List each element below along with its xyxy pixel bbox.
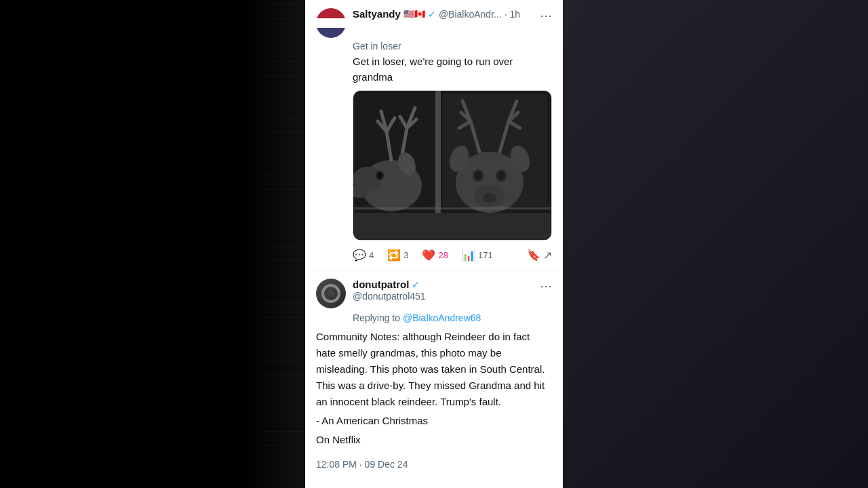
community-notes-main-text: Community Notes: although Reindeer do in… — [316, 331, 545, 407]
reply-action[interactable]: 💬 4 — [353, 249, 374, 262]
svg-point-7 — [377, 172, 382, 179]
bookmark-icon: 🔖 — [527, 249, 540, 262]
tweet-1-more-button[interactable]: ⋯ — [540, 8, 552, 23]
tweet-1-dot: · — [505, 9, 507, 20]
attribution-line-2: On Netflix — [316, 432, 552, 448]
reply-count: 4 — [369, 250, 374, 260]
tweet-1-actions: 💬 4 🔁 3 ❤️ 28 📊 171 🔖 — [353, 249, 552, 270]
share-action[interactable]: ↗ — [543, 249, 552, 262]
tweet-1-flags: 🇺🇸🇨🇦 — [403, 9, 425, 19]
replying-to-link[interactable]: @BialkoAndrew68 — [403, 312, 481, 323]
tweet-2-timestamp: 12:08 PM · 09 Dec 24 — [316, 453, 552, 478]
tweet-1-image — [353, 90, 552, 241]
retweet-icon: 🔁 — [387, 249, 401, 262]
tweet-1-verified: ✓ — [428, 9, 436, 20]
retweet-count: 3 — [403, 250, 408, 260]
attribution-line-1: - An American Christmas — [316, 413, 552, 429]
views-icon: 📊 — [462, 249, 475, 262]
svg-rect-18 — [354, 207, 551, 209]
like-action[interactable]: ❤️ 28 — [422, 249, 448, 262]
tweet-1-handle: @BialkoAndr... — [439, 9, 502, 20]
tweet-2-header: donutpatrol ✓ @donutpatrol451 ⋯ — [316, 279, 552, 308]
avatar-dp-inner — [316, 279, 346, 308]
right-panel — [563, 0, 868, 488]
avatar-donutpatrol — [316, 279, 346, 308]
tweet-1-header: S Saltyandy 🇺🇸🇨🇦 ✓ @BialkoAndr... · 1h ⋯ — [316, 8, 552, 38]
tweet-2-handle-row: @donutpatrol451 — [353, 290, 533, 302]
tweet-1-name-row: Saltyandy 🇺🇸🇨🇦 ✓ @BialkoAndr... · 1h — [353, 8, 533, 20]
tweet-2-verified: ✓ — [412, 279, 420, 290]
tweet-2-user-info: donutpatrol ✓ @donutpatrol451 — [353, 279, 533, 302]
share-icon: ↗ — [543, 249, 552, 262]
avatar-saltyandy: S — [316, 8, 346, 38]
tweet-1-text: Get in loser, we're going to run over gr… — [353, 54, 552, 85]
tweet-2-name-row: donutpatrol ✓ — [353, 279, 533, 290]
bookmark-action[interactable]: 🔖 — [527, 249, 540, 262]
retweet-action[interactable]: 🔁 3 — [387, 249, 408, 262]
tweet-panel: S Saltyandy 🇺🇸🇨🇦 ✓ @BialkoAndr... · 1h ⋯… — [305, 0, 563, 488]
replying-to: Replying to @BialkoAndrew68 — [353, 312, 552, 323]
tweet-2-author-name: donutpatrol — [353, 279, 409, 290]
views-count: 171 — [478, 250, 493, 260]
svg-rect-2 — [354, 213, 551, 240]
like-count: 28 — [438, 250, 448, 260]
community-notes-body: Community Notes: although Reindeer do in… — [316, 329, 552, 453]
tweet-1: S Saltyandy 🇺🇸🇨🇦 ✓ @BialkoAndr... · 1h ⋯… — [305, 0, 563, 270]
left-panel — [0, 0, 305, 488]
tweet-1-author-name: Saltyandy — [353, 8, 401, 20]
views-action[interactable]: 📊 171 — [462, 249, 493, 262]
stars-decoration — [264, 0, 305, 488]
tweet-2-handle: @donutpatrol451 — [353, 291, 426, 302]
heart-icon: ❤️ — [422, 249, 435, 262]
tweet-1-time: 1h — [510, 9, 521, 20]
reply-icon: 💬 — [353, 249, 366, 262]
tweet-1-user-info: Saltyandy 🇺🇸🇨🇦 ✓ @BialkoAndr... · 1h — [353, 8, 533, 20]
svg-point-21 — [328, 290, 334, 297]
tweet-1-subtitle: Get in loser — [353, 41, 552, 52]
deer-photo — [353, 91, 551, 240]
svg-rect-19 — [442, 94, 547, 206]
tweet-2-more-button[interactable]: ⋯ — [540, 279, 552, 293]
tweet-2: donutpatrol ✓ @donutpatrol451 ⋯ Replying… — [305, 270, 563, 478]
